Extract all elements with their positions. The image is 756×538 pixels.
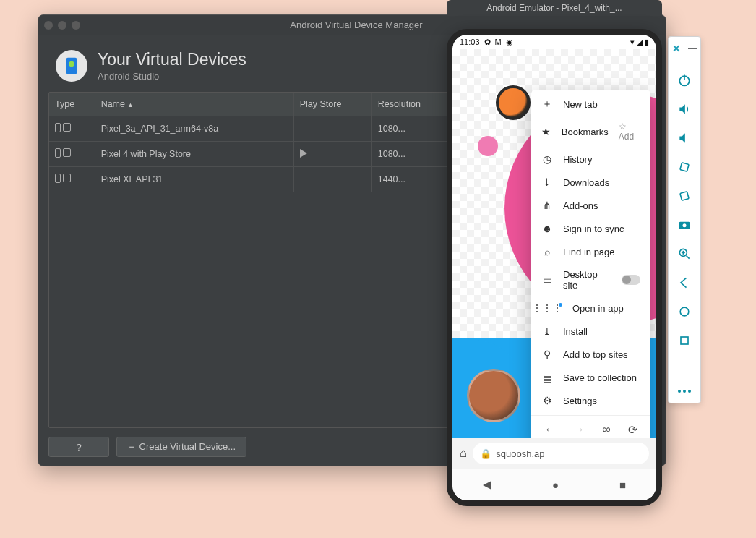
emulator-device-frame: 11:03 ✿ M ◉ ▾ ◢ ▮ Or try ＋ (447, 29, 662, 506)
menu-downloads[interactable]: ⭳ Downloads (531, 171, 650, 194)
menu-new-tab[interactable]: ＋ New tab (531, 93, 650, 116)
rotate-right-icon[interactable] (669, 182, 700, 210)
settings-status-icon: ✿ (484, 38, 491, 47)
play-store-icon (300, 149, 307, 158)
demo-image-thumbnail[interactable] (467, 369, 520, 422)
menu-signin[interactable]: ☻ Sign in to sync (531, 217, 650, 240)
menu-history[interactable]: ◷ History (531, 148, 650, 171)
volume-up-icon[interactable] (669, 95, 700, 124)
sort-asc-icon: ▲ (127, 101, 134, 108)
device-icon (55, 123, 71, 132)
sync-user-icon: ☻ (541, 223, 553, 234)
col-type[interactable]: Type (49, 93, 95, 116)
wifi-icon: ▾ (630, 38, 635, 47)
device-name: Pixel 4 with Play Store (95, 142, 293, 167)
download-icon: ⭳ (541, 176, 553, 188)
webpage-content[interactable]: Or try ＋ New tab ★ Bookmarks ☆ Add ◷ His… (452, 49, 656, 438)
svg-rect-4 (680, 163, 689, 171)
collection-icon: ▤ (541, 372, 553, 383)
menu-desktop-site[interactable]: ▭ Desktop site (531, 263, 650, 296)
mail-status-icon: M (495, 38, 502, 46)
svg-point-1 (69, 61, 74, 67)
signal-icon: ◢ (637, 38, 643, 47)
svg-rect-13 (681, 337, 688, 344)
url-field[interactable]: 🔒 squoosh.ap (473, 443, 649, 464)
window-controls[interactable] (44, 21, 80, 30)
menu-addons[interactable]: ⋔ Add-ons (531, 194, 650, 217)
toolbar-back-icon[interactable] (669, 268, 700, 297)
statusbar-clock: 11:03 (460, 38, 480, 46)
pink-dot-graphic (478, 136, 498, 156)
clock-icon: ◷ (541, 153, 553, 165)
menu-reload-button[interactable]: ⟳ (628, 423, 637, 437)
menu-add-top-sites[interactable]: ⚲ Add to top sites (531, 343, 650, 366)
device-res: 1440... (371, 167, 451, 192)
rotate-left-icon[interactable] (669, 153, 700, 182)
col-name[interactable]: Name▲ (95, 93, 293, 116)
menu-find[interactable]: ⌕ Find in page (531, 240, 650, 263)
android-studio-logo-icon (56, 50, 87, 82)
menu-share-button[interactable]: ∞ (602, 423, 610, 437)
android-back-button[interactable]: ◀ (483, 478, 491, 491)
star-outline-icon: ☆ (619, 121, 627, 132)
firefox-urlbar: ⌂ 🔒 squoosh.ap (452, 438, 656, 469)
star-filled-icon: ★ (541, 126, 551, 137)
android-navbar: ◀ ● ■ (452, 469, 656, 500)
home-icon[interactable]: ⌂ (460, 446, 467, 461)
close-window-icon[interactable] (44, 21, 53, 30)
zoom-window-icon[interactable] (72, 21, 80, 30)
menu-settings[interactable]: ⚙ Settings (531, 389, 650, 412)
help-button[interactable]: ? (48, 437, 109, 457)
volume-down-icon[interactable] (669, 124, 700, 153)
firefox-overflow-menu: ＋ New tab ★ Bookmarks ☆ Add ◷ History ⭳ … (531, 90, 650, 438)
toolbar-minimize-button[interactable] (688, 48, 697, 49)
menu-save-collection[interactable]: ▤ Save to collection (531, 366, 650, 389)
install-icon: ⤓ (541, 325, 553, 337)
plus-icon: ＋ (541, 98, 553, 110)
emulator-screen: 11:03 ✿ M ◉ ▾ ◢ ▮ Or try ＋ (452, 35, 656, 500)
device-icon (55, 174, 71, 183)
col-res[interactable]: Resolution (371, 93, 451, 116)
firefox-avatar-icon[interactable] (496, 85, 531, 120)
power-icon[interactable] (669, 66, 700, 95)
pin-icon: ⚲ (541, 349, 553, 360)
avd-sub: Android Studio (98, 71, 246, 82)
emulator-window-title[interactable]: Android Emulator - Pixel_4_with_... (447, 0, 662, 16)
menu-bookmarks[interactable]: ★ Bookmarks ☆ Add (531, 116, 650, 148)
menu-back-button[interactable]: ← (544, 423, 556, 437)
svg-rect-5 (680, 192, 689, 200)
zoom-icon[interactable] (669, 239, 700, 268)
menu-open-in-app[interactable]: ⋮⋮⋮ Open in app (531, 296, 650, 320)
apps-grid-icon: ⋮⋮⋮ (541, 302, 553, 314)
minimize-window-icon[interactable] (58, 21, 66, 30)
device-res: 1080... (371, 142, 451, 167)
desktop-site-toggle[interactable] (622, 275, 640, 285)
android-home-button[interactable]: ● (552, 479, 559, 491)
create-virtual-device-button[interactable]: ＋ Create Virtual Device... (116, 437, 246, 457)
camera-icon[interactable] (669, 210, 700, 239)
puzzle-icon: ⋔ (541, 200, 553, 211)
url-host: squoosh.ap (496, 448, 544, 459)
col-play[interactable]: Play Store (293, 93, 371, 116)
svg-point-12 (680, 307, 689, 316)
gear-icon: ⚙ (541, 395, 553, 406)
toolbar-more-icon[interactable] (669, 383, 700, 400)
toolbar-home-icon[interactable] (669, 326, 700, 355)
device-name: Pixel_3a_API_31_arm64-v8a (95, 116, 293, 142)
device-icon (55, 148, 71, 158)
avd-heading: Your Virtual Devices (98, 50, 246, 69)
toolbar-close-button[interactable]: ✕ (672, 43, 681, 54)
device-name: Pixel XL API 31 (95, 167, 293, 192)
menu-install[interactable]: ⤓ Install (531, 320, 650, 343)
menu-forward-button[interactable]: → (573, 423, 585, 437)
toolbar-overview-icon[interactable] (669, 297, 700, 326)
bookmarks-add-label[interactable]: Add (619, 132, 634, 142)
device-res: 1080... (371, 116, 451, 142)
battery-icon: ▮ (645, 38, 649, 47)
lock-icon: 🔒 (480, 448, 491, 459)
emulator-toolbar: ✕ (668, 36, 701, 404)
svg-point-7 (683, 223, 687, 227)
menu-nav-row: ← → ∞ ⟳ (531, 415, 650, 438)
notification-dot-icon (559, 303, 562, 307)
android-overview-button[interactable]: ■ (619, 479, 626, 491)
